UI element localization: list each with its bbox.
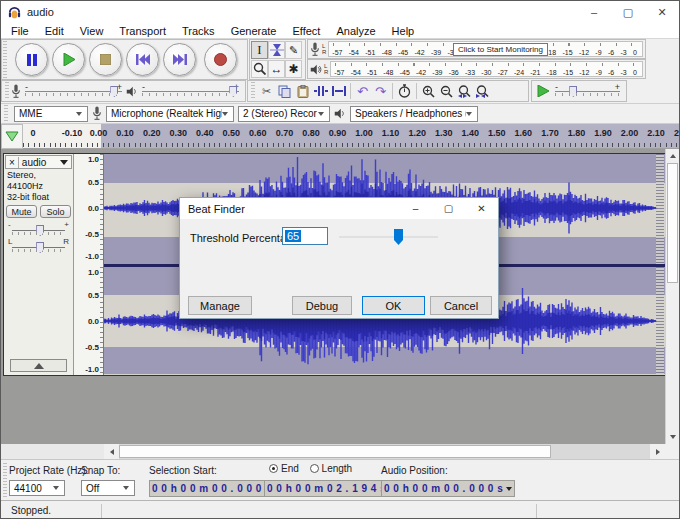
stopwatch-icon (398, 84, 411, 98)
dialog-close-button[interactable]: ✕ (465, 198, 498, 219)
menu-tracks[interactable]: Tracks (174, 25, 223, 37)
paste-button[interactable] (294, 82, 311, 100)
meter-scale-tick: 0 (633, 69, 637, 76)
track-menu-icon[interactable] (60, 160, 68, 165)
scroll-left-button[interactable] (104, 444, 119, 459)
timeline-label: 0.90 (329, 128, 347, 138)
track-collapse-button[interactable] (10, 359, 67, 372)
vertical-scroll-thumb[interactable] (667, 163, 678, 283)
audio-host-select[interactable]: MME (14, 106, 88, 122)
envelope-tool-button[interactable] (268, 41, 285, 59)
toolbar-grip[interactable] (3, 41, 7, 78)
menu-generate[interactable]: Generate (223, 25, 285, 37)
menu-file[interactable]: File (3, 25, 37, 37)
track-control-panel: × audio Stereo, 44100Hz 32-bit float Mut… (4, 154, 74, 375)
cancel-button[interactable]: Cancel (430, 296, 492, 315)
zoom-tool-button[interactable] (251, 60, 268, 78)
draw-tool-button[interactable]: ✎ (285, 41, 302, 59)
redo-button[interactable]: ↷ (372, 82, 389, 100)
play-button[interactable] (52, 43, 85, 76)
window-close-button[interactable]: ✕ (645, 1, 679, 23)
dialog-maximize-button[interactable]: ▢ (432, 198, 465, 219)
trim-audio-button[interactable] (312, 82, 329, 100)
pan-slider[interactable]: LR (10, 239, 67, 253)
copy-button[interactable] (276, 82, 293, 100)
timeline-label: 0.20 (143, 128, 161, 138)
playback-device-select[interactable]: Speakers / Headphones (Re (350, 106, 478, 122)
multi-tool-button[interactable]: ✱ (285, 60, 302, 78)
zoom-fit-button[interactable] (474, 82, 491, 100)
menu-help[interactable]: Help (384, 25, 423, 37)
timeline-ruler[interactable]: 0-0.100.000.100.200.300.400.500.600.700.… (23, 124, 679, 149)
zoom-out-button[interactable] (438, 82, 455, 100)
threshold-slider-thumb[interactable] (394, 229, 403, 245)
recording-channels-select[interactable]: 2 (Stereo) Recor (238, 106, 330, 122)
snap-to-select[interactable]: Off (81, 480, 135, 496)
play-at-speed-button[interactable] (534, 82, 551, 100)
ok-button[interactable]: OK (362, 296, 425, 315)
silence-audio-button[interactable] (330, 82, 347, 100)
dialog-title-bar[interactable]: Beat Finder – ▢ ✕ (180, 198, 498, 219)
toolbar-grip[interactable] (3, 463, 7, 497)
manage-button[interactable]: Manage (188, 296, 252, 315)
selection-end-time[interactable]: 0 0 h 0 0 m 0 2 . 1 9 4 s (264, 480, 398, 497)
speaker-icon (126, 85, 138, 98)
record-button[interactable] (204, 43, 237, 76)
toolbar-grip[interactable] (251, 82, 255, 100)
project-rate-select[interactable]: 44100 (9, 480, 65, 496)
audio-position-time[interactable]: 0 0 h 0 0 m 0 0 . 0 0 0 s (381, 480, 515, 497)
timeshift-tool-button[interactable]: ↔ (268, 60, 285, 78)
cut-button[interactable]: ✂ (258, 82, 275, 100)
end-radio[interactable]: End (269, 463, 299, 474)
recording-volume-slider[interactable]: -+ (25, 85, 122, 97)
audacity-logo-icon (7, 5, 22, 20)
track-close-button[interactable]: × (6, 157, 19, 168)
threshold-input[interactable]: 65 (282, 227, 328, 245)
menu-analyze[interactable]: Analyze (328, 25, 383, 37)
menu-transport[interactable]: Transport (111, 25, 174, 37)
zoom-selection-button[interactable] (456, 82, 473, 100)
zoom-toggle-button[interactable] (396, 82, 413, 100)
scroll-right-button[interactable] (650, 444, 665, 459)
pause-button[interactable] (15, 43, 48, 76)
dialog-minimize-button[interactable]: – (399, 198, 432, 219)
horizontal-scrollbar[interactable] (119, 444, 650, 459)
timeline-label: 0.10 (116, 128, 134, 138)
horizontal-scroll-thumb[interactable] (119, 445, 551, 458)
copy-icon (278, 85, 291, 98)
undo-button[interactable]: ↶ (354, 82, 371, 100)
scroll-up-button[interactable] (666, 149, 679, 163)
monitoring-tooltip[interactable]: Click to Start Monitoring (453, 43, 548, 56)
toolbar-grip[interactable] (5, 82, 9, 100)
gain-slider[interactable]: -+ (10, 222, 67, 236)
debug-button[interactable]: Debug (292, 296, 352, 315)
selection-tool-button[interactable]: I (251, 41, 268, 59)
timeline-label: 2.00 (621, 128, 639, 138)
solo-button[interactable]: Solo (40, 205, 71, 218)
menu-effect[interactable]: Effect (285, 25, 329, 37)
mute-button[interactable]: Mute (6, 205, 37, 218)
window-maximize-button[interactable]: ▢ (611, 1, 645, 23)
window-minimize-button[interactable]: – (577, 1, 611, 23)
timeline-options-button[interactable] (1, 124, 23, 149)
track-name[interactable]: audio (19, 157, 46, 168)
radio-unselected-icon (310, 464, 319, 473)
toolbar-grip[interactable] (4, 105, 8, 121)
threshold-slider[interactable] (339, 229, 438, 245)
menu-view[interactable]: View (72, 25, 112, 37)
menu-edit[interactable]: Edit (37, 25, 72, 37)
track-format-info: Stereo, 44100Hz (4, 170, 73, 192)
skip-to-start-button[interactable] (126, 43, 159, 76)
vertical-scrollbar[interactable] (665, 149, 679, 444)
meter-scale-tick: -3 (620, 49, 626, 56)
stop-button[interactable] (89, 43, 122, 76)
recording-device-select[interactable]: Microphone (Realtek High (106, 106, 234, 122)
timeline-label: 0.30 (169, 128, 187, 138)
length-radio[interactable]: Length (310, 463, 353, 474)
play-speed-slider[interactable]: -+ (555, 85, 620, 97)
zoom-in-button[interactable] (420, 82, 437, 100)
skip-to-end-button[interactable] (163, 43, 196, 76)
playback-volume-slider[interactable]: -+ (142, 85, 239, 97)
playback-meter[interactable]: LR -57-54-51-48-45-42-39-36-33-30-27-24-… (307, 59, 646, 79)
scroll-down-button[interactable] (666, 430, 679, 444)
